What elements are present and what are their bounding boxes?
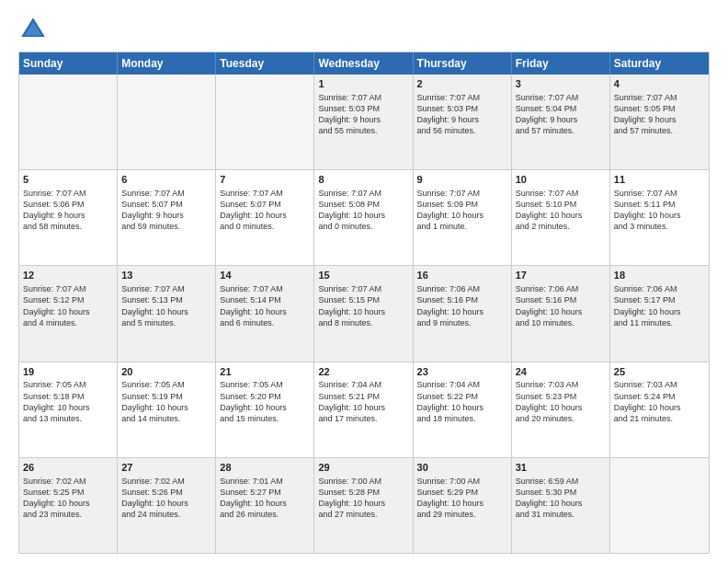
- calendar-cell: 27Sunrise: 7:02 AMSunset: 5:26 PMDayligh…: [118, 458, 216, 553]
- day-info: and 13 minutes.: [23, 413, 113, 424]
- day-info: Daylight: 10 hours: [23, 306, 113, 317]
- day-info: Daylight: 10 hours: [318, 306, 408, 317]
- day-info: Sunrise: 7:07 AM: [614, 188, 705, 199]
- day-info: Sunset: 5:05 PM: [614, 103, 705, 114]
- day-info: Daylight: 10 hours: [121, 498, 211, 509]
- day-info: and 1 minute.: [417, 221, 507, 232]
- day-number: 18: [614, 269, 705, 282]
- calendar-row: 12Sunrise: 7:07 AMSunset: 5:12 PMDayligh…: [19, 265, 709, 361]
- day-info: and 27 minutes.: [318, 509, 408, 520]
- calendar-cell: 13Sunrise: 7:07 AMSunset: 5:13 PMDayligh…: [118, 266, 216, 361]
- calendar-cell: 4Sunrise: 7:07 AMSunset: 5:05 PMDaylight…: [610, 75, 709, 169]
- logo: [18, 15, 51, 44]
- day-info: Daylight: 10 hours: [516, 402, 606, 413]
- day-info: and 9 minutes.: [417, 317, 507, 328]
- day-info: and 0 minutes.: [318, 221, 408, 232]
- weekday-header: Thursday: [414, 52, 512, 75]
- calendar-cell: 18Sunrise: 7:06 AMSunset: 5:17 PMDayligh…: [610, 266, 709, 361]
- calendar-cell: 6Sunrise: 7:07 AMSunset: 5:07 PMDaylight…: [118, 170, 216, 265]
- day-info: Sunset: 5:29 PM: [417, 487, 507, 498]
- day-info: Daylight: 10 hours: [121, 402, 211, 413]
- day-info: and 11 minutes.: [614, 317, 705, 328]
- calendar-cell: 10Sunrise: 7:07 AMSunset: 5:10 PMDayligh…: [512, 170, 610, 265]
- day-info: Sunset: 5:10 PM: [516, 199, 606, 210]
- day-number: 11: [614, 173, 705, 187]
- day-info: and 0 minutes.: [220, 221, 310, 232]
- calendar-cell: 25Sunrise: 7:03 AMSunset: 5:24 PMDayligh…: [610, 362, 709, 457]
- day-info: and 4 minutes.: [23, 317, 113, 328]
- calendar-cell: 17Sunrise: 7:06 AMSunset: 5:16 PMDayligh…: [512, 266, 610, 361]
- day-info: Daylight: 9 hours: [516, 114, 606, 125]
- day-info: Daylight: 10 hours: [318, 210, 408, 221]
- day-info: Sunrise: 7:07 AM: [318, 92, 408, 103]
- day-info: and 57 minutes.: [614, 125, 705, 136]
- day-info: and 57 minutes.: [516, 125, 606, 136]
- calendar: SundayMondayTuesdayWednesdayThursdayFrid…: [18, 52, 710, 554]
- day-info: and 8 minutes.: [318, 317, 408, 328]
- day-info: Daylight: 10 hours: [121, 306, 211, 317]
- day-info: Sunrise: 7:07 AM: [318, 283, 408, 294]
- day-number: 3: [516, 77, 606, 91]
- day-info: Sunrise: 7:06 AM: [614, 283, 705, 294]
- calendar-cell: 31Sunrise: 6:59 AMSunset: 5:30 PMDayligh…: [512, 458, 610, 553]
- day-info: Sunset: 5:12 PM: [23, 294, 113, 305]
- weekday-header: Monday: [118, 52, 216, 75]
- calendar-cell: 3Sunrise: 7:07 AMSunset: 5:04 PMDaylight…: [512, 75, 610, 169]
- day-info: Sunrise: 7:04 AM: [318, 379, 408, 390]
- day-info: Daylight: 9 hours: [121, 210, 211, 221]
- day-info: Sunset: 5:15 PM: [318, 294, 408, 305]
- day-info: Sunset: 5:21 PM: [318, 391, 408, 402]
- calendar-cell: 8Sunrise: 7:07 AMSunset: 5:08 PMDaylight…: [314, 170, 413, 265]
- day-info: Sunset: 5:16 PM: [516, 294, 606, 305]
- calendar-cell: 30Sunrise: 7:00 AMSunset: 5:29 PMDayligh…: [414, 458, 512, 553]
- day-info: Daylight: 10 hours: [516, 498, 606, 509]
- calendar-cell: 21Sunrise: 7:05 AMSunset: 5:20 PMDayligh…: [216, 362, 314, 457]
- day-info: and 2 minutes.: [516, 221, 606, 232]
- calendar-cell: [610, 458, 709, 553]
- day-info: Daylight: 10 hours: [417, 498, 507, 509]
- day-number: 28: [220, 461, 310, 475]
- day-info: Sunset: 5:07 PM: [220, 199, 310, 210]
- day-info: Daylight: 10 hours: [614, 210, 705, 221]
- day-info: Sunrise: 7:07 AM: [516, 92, 606, 103]
- day-info: Sunrise: 7:07 AM: [23, 283, 113, 294]
- day-info: Sunset: 5:04 PM: [516, 103, 606, 114]
- calendar-cell: [216, 75, 314, 169]
- day-info: Sunrise: 7:03 AM: [516, 379, 606, 390]
- calendar-cell: 26Sunrise: 7:02 AMSunset: 5:25 PMDayligh…: [19, 458, 118, 553]
- day-number: 17: [516, 269, 606, 282]
- calendar-cell: 22Sunrise: 7:04 AMSunset: 5:21 PMDayligh…: [314, 362, 413, 457]
- day-info: Sunrise: 7:03 AM: [614, 379, 705, 390]
- page: SundayMondayTuesdayWednesdayThursdayFrid…: [0, 0, 728, 563]
- day-info: Sunrise: 7:07 AM: [220, 283, 310, 294]
- day-info: Sunset: 5:09 PM: [417, 199, 507, 210]
- day-info: Sunrise: 7:07 AM: [417, 188, 507, 199]
- day-info: Sunset: 5:11 PM: [614, 199, 705, 210]
- day-info: and 3 minutes.: [614, 221, 705, 232]
- day-info: Sunrise: 7:07 AM: [121, 188, 211, 199]
- weekday-header: Saturday: [610, 52, 709, 75]
- calendar-row: 19Sunrise: 7:05 AMSunset: 5:18 PMDayligh…: [19, 362, 709, 457]
- day-info: Daylight: 9 hours: [318, 114, 408, 125]
- day-info: and 26 minutes.: [220, 509, 310, 520]
- day-info: Sunset: 5:30 PM: [516, 487, 606, 498]
- day-info: and 31 minutes.: [516, 509, 606, 520]
- calendar-row: 26Sunrise: 7:02 AMSunset: 5:25 PMDayligh…: [19, 457, 709, 553]
- calendar-cell: 5Sunrise: 7:07 AMSunset: 5:06 PMDaylight…: [19, 170, 118, 265]
- day-number: 4: [614, 77, 705, 91]
- calendar-cell: 12Sunrise: 7:07 AMSunset: 5:12 PMDayligh…: [19, 266, 118, 361]
- day-info: Daylight: 10 hours: [23, 402, 113, 413]
- day-info: Sunset: 5:13 PM: [121, 294, 211, 305]
- day-info: and 56 minutes.: [417, 125, 507, 136]
- calendar-cell: 1Sunrise: 7:07 AMSunset: 5:03 PMDaylight…: [314, 75, 413, 169]
- day-info: and 10 minutes.: [516, 317, 606, 328]
- day-info: Daylight: 10 hours: [417, 306, 507, 317]
- day-info: Daylight: 10 hours: [417, 402, 507, 413]
- day-number: 22: [318, 365, 408, 379]
- day-info: Sunset: 5:28 PM: [318, 487, 408, 498]
- day-info: Sunrise: 7:07 AM: [417, 92, 507, 103]
- weekday-header: Tuesday: [216, 52, 314, 75]
- day-info: Daylight: 9 hours: [23, 210, 113, 221]
- day-info: and 15 minutes.: [220, 413, 310, 424]
- day-info: and 23 minutes.: [23, 509, 113, 520]
